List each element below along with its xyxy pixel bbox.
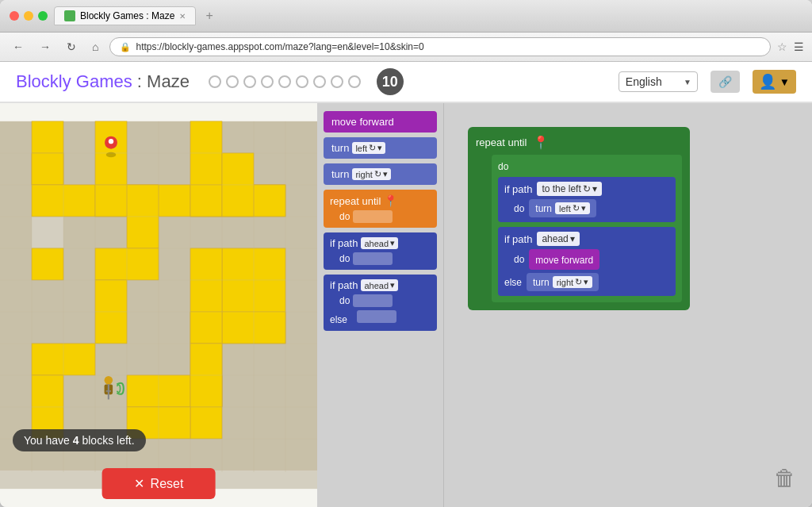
svg-rect-4 xyxy=(127,121,159,153)
main-content: You have 4 blocks left. ✕ Reset move for… xyxy=(0,103,812,507)
ws-move-forward-label: move forward xyxy=(535,255,593,266)
menu-button[interactable]: ☰ xyxy=(794,40,804,53)
maximize-button[interactable] xyxy=(38,11,48,21)
refresh-button[interactable]: ↻ xyxy=(62,39,81,55)
block-repeat-until[interactable]: repeat until 📍 do xyxy=(324,190,437,228)
ws-turn-label: turn xyxy=(535,203,552,214)
language-select[interactable]: English xyxy=(619,71,698,92)
ws-turn-right-rotate: ↻ xyxy=(575,277,582,287)
bookmark-button[interactable]: ☆ xyxy=(777,40,787,53)
ws-to-the-left-rotate-icon: ↻ xyxy=(583,183,591,194)
else-label: else xyxy=(330,314,347,325)
level-badge[interactable]: 10 xyxy=(377,68,404,95)
if-path-dropdown-1[interactable]: ahead ▾ xyxy=(361,237,398,249)
ws-to-the-left-dropdown[interactable]: to the left ↻ ▾ xyxy=(537,182,601,196)
if-path-label-1: if path xyxy=(330,237,358,249)
block-turn-right[interactable]: turn right ↻ ▾ xyxy=(324,163,437,185)
minimize-button[interactable] xyxy=(24,11,33,21)
svg-point-128 xyxy=(106,152,117,157)
level-dot-9[interactable] xyxy=(348,75,361,88)
maze-area: You have 4 blocks left. ✕ Reset xyxy=(0,103,317,507)
ws-move-forward-block[interactable]: move forward xyxy=(529,249,599,270)
level-dots xyxy=(209,75,361,88)
svg-rect-87 xyxy=(32,153,63,185)
reset-button[interactable]: ✕ Reset xyxy=(102,468,216,499)
tab-close-btn[interactable]: ✕ xyxy=(179,12,186,21)
ws-turn-left-block[interactable]: turn left ↻ ▾ xyxy=(529,199,596,217)
title-bar: Blockly Games : Maze ✕ + xyxy=(0,0,812,33)
svg-rect-16 xyxy=(254,153,285,185)
block-if-path-2[interactable]: if path ahead ▾ do else xyxy=(324,275,437,331)
svg-rect-54 xyxy=(95,344,127,375)
svg-rect-73 xyxy=(222,407,254,439)
svg-rect-57 xyxy=(222,344,254,375)
ws-turn-right-dropdown[interactable]: right ↻ ▾ xyxy=(553,276,592,288)
turn-left-rotate-icon: ↻ xyxy=(369,143,376,153)
browser-tab[interactable]: Blockly Games : Maze ✕ xyxy=(54,6,196,25)
close-button[interactable] xyxy=(10,11,19,21)
svg-rect-61 xyxy=(63,375,95,407)
svg-rect-40 xyxy=(32,280,63,312)
reset-label: Reset xyxy=(151,477,184,491)
block-if-path-1[interactable]: if path ahead ▾ do xyxy=(324,232,437,270)
svg-rect-85 xyxy=(285,439,317,471)
ws-ahead-dropdown[interactable]: ahead ▾ xyxy=(537,232,579,246)
trash-icon[interactable]: 🗑 xyxy=(774,465,796,491)
block-turn-left[interactable]: turn left ↻ ▾ xyxy=(324,137,437,159)
svg-rect-31 xyxy=(285,217,317,248)
turn-left-value: left xyxy=(355,144,367,153)
level-dot-3[interactable] xyxy=(243,75,256,88)
svg-point-130 xyxy=(105,376,113,385)
svg-rect-46 xyxy=(0,312,32,344)
level-dot-7[interactable] xyxy=(313,75,326,88)
status-text-prefix: You have xyxy=(24,434,73,447)
svg-rect-30 xyxy=(254,217,285,248)
svg-rect-55 xyxy=(127,344,159,375)
title-separator: : xyxy=(137,71,147,91)
forward-button[interactable]: → xyxy=(35,39,56,55)
svg-rect-66 xyxy=(254,375,285,407)
character-button[interactable]: 👤 ▼ xyxy=(753,70,796,94)
svg-rect-58 xyxy=(254,344,285,375)
level-dot-6[interactable] xyxy=(296,75,308,88)
svg-rect-53 xyxy=(0,344,32,375)
level-dot-1[interactable] xyxy=(209,75,221,88)
title-maze: Maze xyxy=(147,71,190,91)
block-move-forward[interactable]: move forward xyxy=(324,111,437,133)
turn-right-dropdown[interactable]: right ↻ ▾ xyxy=(352,168,390,180)
ws-turn-right-block[interactable]: turn right ↻ ▾ xyxy=(527,273,599,291)
svg-rect-29 xyxy=(222,217,254,248)
svg-rect-7 xyxy=(222,121,254,153)
new-tab-button[interactable]: + xyxy=(202,9,216,23)
back-button[interactable]: ← xyxy=(8,39,29,55)
svg-rect-59 xyxy=(285,344,317,375)
turn-right-label: turn xyxy=(331,168,349,180)
if-path-left-block[interactable]: if path to the left ↻ ▾ do xyxy=(498,177,676,222)
ws-turn-left-dropdown[interactable]: left ↻ ▾ xyxy=(555,202,590,214)
svg-rect-10 xyxy=(0,153,32,185)
if-path-ahead-block[interactable]: if path ahead ▾ do move forward xyxy=(498,227,676,296)
level-dot-8[interactable] xyxy=(331,75,343,88)
level-dot-2[interactable] xyxy=(226,75,239,88)
ws-turn-right-chevron: ▾ xyxy=(584,277,588,287)
lock-icon: 🔒 xyxy=(120,42,131,52)
if-path-dropdown-2[interactable]: ahead ▾ xyxy=(361,279,398,291)
if-path-chevron-2: ▾ xyxy=(390,280,395,290)
repeat-body: do if path to the left ↻ ▾ xyxy=(492,155,682,302)
home-button[interactable]: ⌂ xyxy=(87,39,103,55)
if-do-slot-1 xyxy=(353,252,393,265)
turn-left-dropdown[interactable]: left ↻ ▾ xyxy=(352,142,385,154)
link-button[interactable]: 🔗 xyxy=(710,71,740,93)
ws-to-the-left-chevron: ▾ xyxy=(592,183,597,194)
repeat-do-slot xyxy=(353,210,393,223)
repeat-until-block[interactable]: repeat until 📍 do if path xyxy=(468,127,690,310)
workspace[interactable]: repeat until 📍 do if path xyxy=(444,103,812,507)
level-dot-4[interactable] xyxy=(261,75,274,88)
address-bar[interactable]: 🔒 https://blockly-games.appspot.com/maze… xyxy=(109,37,771,56)
url-text: https://blockly-games.appspot.com/maze?l… xyxy=(136,41,760,52)
ws-if-label-2: if path xyxy=(504,233,532,245)
repeat-until-label: repeat until xyxy=(330,195,381,207)
language-selector-wrapper: English xyxy=(619,71,698,92)
level-dot-5[interactable] xyxy=(278,75,291,88)
if-do-label-2: do xyxy=(339,295,350,306)
